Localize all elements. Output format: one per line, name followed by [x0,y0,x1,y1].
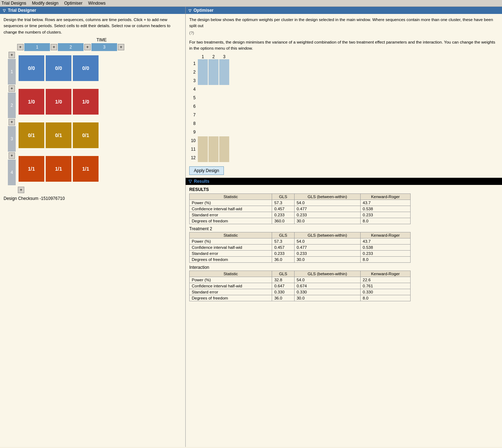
cell-3-2[interactable]: 0/1 [46,122,71,148]
cell-3-3[interactable]: 0/1 [73,122,99,148]
cell-2-3[interactable]: 1/0 [73,89,99,115]
col-header-2[interactable]: 2 [58,43,84,51]
t2r1c4: 43.7 [360,238,410,245]
grid-row-4: + 4 1/1 1/1 1/1 [7,152,182,185]
optimiser-help[interactable]: (?) [186,31,502,36]
cell-2-2[interactable]: 1/0 [46,89,71,115]
opt-cell-12-1[interactable] [198,153,208,162]
t2r4c2: 36.0 [272,257,295,263]
table-row: Degrees of freedom 36.0 30.0 8.0 [190,295,411,301]
results-header: ▽ Results [186,178,502,185]
table-row: Confidence interval half-wid 0.457 0.477… [190,245,411,251]
col-header-3[interactable]: 3 [91,43,117,51]
opt-cell-12-3[interactable] [219,153,229,162]
cell-3-1[interactable]: 0/1 [19,122,44,148]
t2r2c1: Confidence interval half-wid [190,245,272,251]
cell-4-2[interactable]: 1/1 [46,156,71,182]
opt-row-label-3: 3 [189,78,197,83]
menu-optimiser[interactable]: Optimiser [64,1,82,6]
results-section-title: RESULTS [189,187,498,192]
opt-cell-7-2 [209,111,219,119]
opt-row-label-8: 8 [189,121,197,126]
row-left-2: + 2 [7,85,16,118]
table-row: Standard error 0.330 0.330 0.330 [190,289,411,295]
t3r2c2: 0.647 [272,283,295,289]
cell-2-1[interactable]: 1/0 [19,89,44,115]
opt-cell-2-3[interactable] [219,68,229,76]
opt-cell-10-2[interactable] [209,136,219,145]
menu-modify-design[interactable]: Modify design [32,1,59,6]
opt-cell-1-1[interactable] [198,59,208,68]
row-label-4[interactable]: 4 [8,160,16,185]
cell-1-1[interactable]: 0/0 [19,55,44,81]
add-row-btn-3[interactable]: + [9,119,15,125]
opt-row-6: 6 [189,102,498,111]
results-col-hdr-gls-bw: GLS (between-within) [294,194,360,200]
t1r2c3: 0.477 [294,206,360,212]
t2r4c3: 30.0 [294,257,360,263]
opt-cell-10-1[interactable] [198,136,208,145]
add-row-btn-1[interactable]: + [9,52,15,58]
add-col-btn-1[interactable]: + [51,44,57,50]
add-row-btn-2[interactable]: + [9,85,15,92]
col-header-1[interactable]: 1 [24,43,50,51]
results-t3-col-hdr-kr: Kenward-Roger [360,271,410,277]
opt-cell-1-3[interactable] [219,59,229,68]
opt-cell-1-2[interactable] [209,59,219,68]
t3r3c3: 0.330 [294,289,360,295]
cell-1-2[interactable]: 0/0 [46,55,71,81]
add-col-btn-0[interactable]: + [17,44,24,50]
results-col-hdr-gls: GLS [272,194,295,200]
opt-cell-11-3[interactable] [219,145,229,153]
row-label-2[interactable]: 2 [8,92,16,118]
add-row-btn-4[interactable]: + [9,152,15,159]
t1r4c4: 8.0 [360,218,410,224]
results-t2-col-hdr-gls-bw: GLS (between-within) [294,232,360,238]
opt-cell-3-1[interactable] [198,76,208,85]
cell-4-3[interactable]: 1/1 [73,156,99,182]
menu-trial-designs[interactable]: Trial Designs [1,1,26,6]
row-label-3[interactable]: 3 [8,126,16,152]
cell-1-3[interactable]: 0/0 [73,55,99,81]
opt-cell-2-1[interactable] [198,68,208,76]
t3r4c1: Degrees of freedom [190,295,272,301]
menu-bar: Trial Designs Modify design Optimiser Wi… [0,0,502,7]
t3r2c1: Confidence interval half-wid [190,283,272,289]
row-left-1: + 1 [7,52,16,85]
cell-4-1[interactable]: 1/1 [19,156,44,182]
opt-cell-3-3[interactable] [219,76,229,85]
t1r1c3: 54.0 [294,200,360,206]
optimiser-grid-container: 1 2 3 1 2 3 [186,53,502,163]
results-t2-col-hdr-gls: GLS [272,232,295,238]
opt-row-12: 12 [189,153,498,162]
opt-cell-6-2 [209,102,219,111]
opt-cell-11-1[interactable] [198,145,208,153]
opt-row-label-2: 2 [189,70,197,75]
add-col-btn-3[interactable]: + [118,44,124,50]
row-label-1[interactable]: 1 [8,59,16,85]
t2r1c3: 54.0 [294,238,360,245]
opt-row-10: 10 [189,136,498,145]
optimiser-panel: ▽ Optimiser The design below shows the o… [186,7,502,178]
opt-row-label-7: 7 [189,112,197,117]
opt-cell-3-2[interactable] [209,76,219,85]
add-row-btn-bottom[interactable]: + [18,187,24,193]
opt-cell-12-2[interactable] [209,153,219,162]
t3r1c3: 54.0 [294,277,360,283]
opt-row-label-1: 1 [189,61,197,66]
opt-cell-8-2 [209,119,219,128]
apply-design-button[interactable]: Apply Design [189,166,224,175]
table-row: Degrees of freedom 36.0 30.0 8.0 [190,257,411,263]
opt-cell-2-2[interactable] [209,68,219,76]
time-label: TIME [21,37,182,42]
results-t3-col-hdr-gls: GLS [272,271,295,277]
results-table-1: Statistic GLS GLS (between-within) Kenwa… [189,193,411,224]
add-col-btn-2[interactable]: + [84,44,91,50]
t2r1c1: Power (%) [190,238,272,245]
opt-row-label-6: 6 [189,104,197,109]
t2r3c4: 0.233 [360,251,410,257]
opt-cell-10-3[interactable] [219,136,229,145]
menu-windows[interactable]: Windows [88,1,106,6]
opt-row-label-11: 11 [189,147,197,152]
opt-cell-11-2[interactable] [209,145,219,153]
